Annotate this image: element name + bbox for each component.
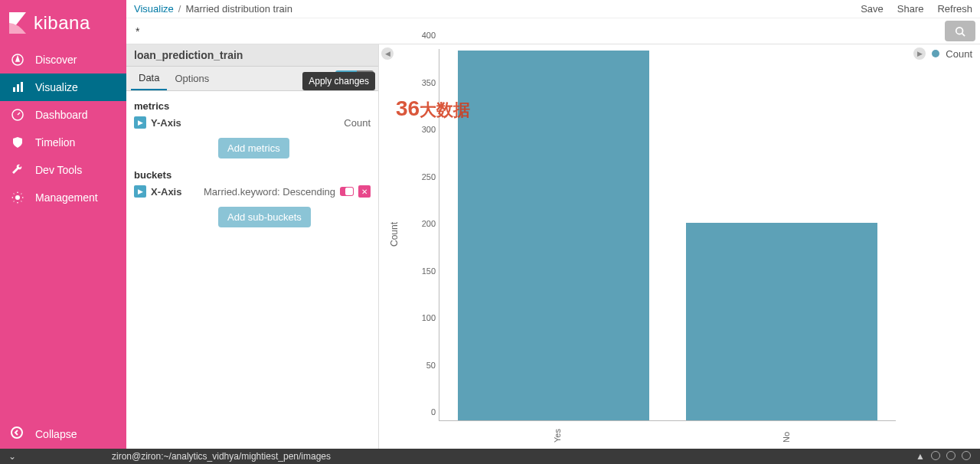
y-tick: 200 [405,219,436,228]
sidebar-item-discover[interactable]: Discover [0,46,126,74]
tab-data[interactable]: Data [131,67,167,90]
sidebar-item-label: Timelion [35,136,75,149]
svg-rect-2 [13,87,15,92]
breadcrumb-current: Married distribution train [185,3,292,15]
collapse-editor-button[interactable]: ◀ [381,47,394,60]
x-tick: No [782,432,791,443]
window-min-icon[interactable] [931,451,940,460]
brand-logo: kibana [0,0,126,46]
window-max-icon[interactable] [946,451,956,460]
y-tick: 150 [405,266,436,276]
sidebar-item-label: Dashboard [35,109,88,121]
y-axis-label: Count [389,222,400,247]
sidebar-item-label: Management [35,191,98,204]
buckets-heading: buckets [134,169,371,181]
kibana-logo-icon [9,12,26,34]
collapse-icon [11,426,24,441]
svg-rect-3 [17,84,19,92]
workspace: loan_prediction_train Data Options ✕ App… [126,44,980,449]
add-sub-buckets-button[interactable]: Add sub-buckets [218,207,311,227]
refresh-button[interactable]: Refresh [937,3,972,15]
save-button[interactable]: Save [861,3,884,15]
bar-chart-icon [11,81,24,93]
search-button[interactable] [945,21,975,41]
chart-wrapper: ▶ Count 36大数据 Count 05010015020025030035… [396,44,980,449]
sidebar: kibana Discover Visualize Dashboard Time… [0,0,126,449]
y-tick: 400 [405,31,436,40]
shield-icon [11,136,24,149]
search-bar: * [126,18,980,44]
collapse-button[interactable]: Collapse [0,419,126,449]
terminal-bar: ⌄ ziron@ziron:~/analytics_vidhya/mightie… [0,449,980,464]
sidebar-item-management[interactable]: Management [0,184,126,211]
y-tick: 300 [405,125,436,134]
sidebar-item-visualize[interactable]: Visualize [0,74,126,101]
eject-icon[interactable]: ▲ [916,451,925,462]
top-actions: Save Share Refresh [861,3,972,15]
terminal-dropdown-icon[interactable]: ⌄ [5,451,20,462]
search-input[interactable]: * [126,18,942,44]
expand-icon: ▶ [134,116,146,129]
window-close-icon[interactable] [962,451,971,460]
sidebar-item-label: Discover [35,54,77,66]
svg-point-6 [15,195,20,200]
bar-chart: Count 050100150200250300350400 YesNo [396,44,980,449]
sidebar-item-devtools[interactable]: Dev Tools [0,156,126,184]
brand-name: kibana [34,12,90,34]
breadcrumb-root[interactable]: Visualize [134,3,174,15]
metrics-heading: metrics [134,100,371,112]
breadcrumb-separator: / [178,3,181,15]
nav-list: Discover Visualize Dashboard Timelion De… [0,46,126,419]
collapse-editor-gutter: ◀ [379,44,396,449]
main: Visualize / Married distribution train S… [126,0,980,449]
y-tick: 350 [405,78,436,87]
editor-body: metrics ▶ Y-Axis Count Add metrics bucke… [126,91,378,243]
window-controls: ▲ [916,451,975,462]
sidebar-item-timelion[interactable]: Timelion [0,129,126,156]
xaxis-row[interactable]: ▶ X-Axis Married.keyword: Descending ✕ [134,185,371,198]
visualization-area: ◀ ▶ Count 36大数据 Count 050100150200250300… [379,44,980,449]
sidebar-item-label: Visualize [35,81,78,93]
y-axis: 050100150200250300350400 [405,44,436,421]
svg-marker-1 [16,57,19,61]
svg-point-8 [956,27,963,34]
x-axis: YesNo [439,421,896,449]
expand-icon: ▶ [134,185,146,198]
collapse-label: Collapse [35,428,77,440]
bar[interactable] [458,51,649,420]
sidebar-item-label: Dev Tools [35,164,82,176]
y-tick: 0 [405,407,436,417]
gauge-icon [11,109,24,121]
gear-icon [11,191,24,204]
editor-panel: loan_prediction_train Data Options ✕ App… [126,44,379,449]
sidebar-item-dashboard[interactable]: Dashboard [0,101,126,129]
add-metrics-button[interactable]: Add metrics [218,138,289,158]
y-tick: 250 [405,172,436,181]
bar[interactable] [686,223,877,420]
x-tick: Yes [553,429,562,443]
y-tick: 100 [405,313,436,322]
xaxis-label: X-Axis [151,186,181,198]
svg-rect-4 [21,82,23,92]
tab-options[interactable]: Options [167,67,217,90]
apply-tooltip: Apply changes [302,72,375,90]
enable-toggle[interactable] [340,187,354,196]
share-button[interactable]: Share [897,3,924,15]
compass-icon [11,54,24,66]
xaxis-value: Married.keyword: Descending [204,186,335,198]
plot-area [439,49,896,421]
yaxis-value: Count [344,117,371,129]
index-pattern-title: loan_prediction_train [126,44,378,67]
search-icon [955,26,965,37]
y-tick: 50 [405,361,436,370]
svg-point-7 [11,427,22,438]
delete-bucket-button[interactable]: ✕ [358,185,371,198]
yaxis-row[interactable]: ▶ Y-Axis Count [134,116,371,129]
terminal-path: ziron@ziron:~/analytics_vidhya/mightiest… [112,451,331,462]
wrench-icon [11,164,24,176]
topbar: Visualize / Married distribution train S… [126,0,980,18]
yaxis-label: Y-Axis [151,117,181,129]
